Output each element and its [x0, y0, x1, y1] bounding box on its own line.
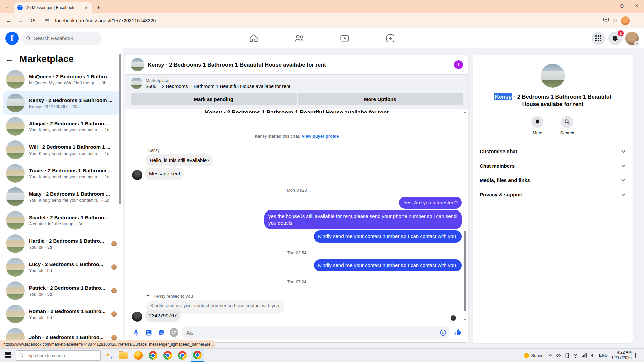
browser-menu-icon[interactable]: ⋮	[633, 17, 639, 24]
browser-profile-avatar[interactable]	[621, 16, 630, 25]
conversation-item-selected[interactable]: Kensy · 2 Bedrooms 1 Bathroom ...Kensy: …	[3, 91, 120, 115]
sender-avatar[interactable]	[132, 312, 142, 322]
message-scroll-area[interactable]: Kensy · 2 Bedrooms 1 Bathroom 1 Beautifu…	[125, 109, 468, 323]
chrome-icon-active[interactable]	[191, 349, 204, 362]
file-explorer-icon[interactable]	[117, 349, 130, 362]
watch-icon[interactable]	[340, 33, 350, 43]
bookmark-star-icon[interactable]: ☆	[612, 17, 618, 24]
listing-avatar	[6, 211, 25, 230]
conversation-item[interactable]: Travis · 2 Bedrooms 1 Bathroom ...You: K…	[3, 162, 120, 185]
reload-icon[interactable]: ⟳	[28, 15, 38, 26]
conversation-item[interactable]: Abigail · 2 Bedrooms 1 Bathroo...You: Ki…	[3, 115, 120, 138]
section-chat-members[interactable]: Chat members	[476, 159, 629, 173]
conversation-item[interactable]: Scarlet · 2 Bedrooms 1 Bathroo...A conta…	[3, 208, 120, 232]
conversation-item[interactable]: Lucy · 2 Bedrooms 1 Bathroo...You: ok · …	[3, 255, 120, 279]
read-receipt-avatar	[111, 264, 117, 270]
account-avatar[interactable]: ▾	[625, 32, 639, 45]
scroll-down-arrow[interactable]	[463, 319, 467, 321]
address-bar[interactable]: facebook.com/messages/t/1577203116743326	[40, 17, 602, 25]
outgoing-message[interactable]: yes the house is still available for ren…	[264, 210, 462, 229]
sender-avatar[interactable]	[132, 170, 142, 180]
voice-clip-icon[interactable]	[131, 327, 141, 338]
search-in-chat-button[interactable]: Search	[560, 116, 574, 135]
friends-icon[interactable]	[294, 33, 304, 43]
mute-button[interactable]: Mute	[531, 116, 543, 135]
minimize-button[interactable]: —	[600, 0, 614, 11]
chrome-icon[interactable]	[176, 349, 189, 362]
conversation-item[interactable]: Patrick · 2 Bedrooms 1 Bathro...You: ok …	[3, 279, 120, 302]
conversation-item[interactable]: MiiQueen · 2 Bedrooms 1 Bathro...MiiQuee…	[3, 68, 120, 91]
chat-avatar[interactable]	[131, 58, 144, 71]
maximize-button[interactable]: ▢	[614, 0, 629, 11]
incoming-message[interactable]: Hello, is this still available?	[146, 154, 213, 166]
view-buyer-profile-link[interactable]: View buyer profile	[302, 134, 339, 139]
language-indicator[interactable]: ENG	[599, 353, 608, 358]
banner-listing[interactable]: $600 – 2 Bedrooms 1 Bathroom 1 Beautiful…	[146, 84, 290, 89]
chat-scrollbar[interactable]	[463, 111, 467, 321]
back-icon[interactable]: ←	[3, 15, 14, 26]
sticker-icon[interactable]	[156, 327, 166, 338]
section-media-files-links[interactable]: Media, files and links	[476, 173, 629, 187]
taskbar-search[interactable]	[16, 350, 101, 361]
taskbar-search-input[interactable]	[26, 353, 97, 358]
tab-close-icon[interactable]: ✕	[83, 5, 89, 10]
facebook-search[interactable]	[22, 32, 102, 45]
facebook-logo[interactable]: f	[5, 32, 19, 45]
phone-link-icon[interactable]	[565, 353, 569, 358]
notifications-button[interactable]: 2	[608, 32, 622, 45]
weather-widget[interactable]: Sunset	[524, 353, 544, 358]
conversation-item[interactable]: Will · 2 Bedrooms 1 Bathroom 1 ...You: K…	[3, 138, 120, 162]
home-icon[interactable]	[249, 33, 259, 43]
gaming-icon[interactable]	[385, 33, 395, 43]
tab-search-icon[interactable]: ⌄	[3, 2, 12, 11]
back-arrow-icon[interactable]: ←	[5, 54, 13, 64]
incoming-message[interactable]: 2342790767	[145, 310, 181, 322]
message-input[interactable]	[182, 326, 450, 339]
chrome-icon[interactable]	[161, 349, 174, 362]
outgoing-message[interactable]: Yes. Are you interested?	[399, 197, 462, 209]
forward-icon[interactable]: →	[15, 15, 26, 26]
url-text: facebook.com/messages/t/1577203116743326	[55, 18, 156, 23]
gif-icon[interactable]: GIF	[169, 327, 179, 338]
more-options-button[interactable]: More Options	[298, 93, 463, 105]
thumbs-up-icon[interactable]	[453, 327, 463, 338]
outgoing-message[interactable]: Kindly send me your contact number so I …	[314, 259, 462, 272]
new-tab-button[interactable]: +	[97, 4, 100, 11]
message-text-input[interactable]	[186, 330, 438, 336]
details-avatar[interactable]	[541, 64, 565, 88]
conversation-item[interactable]: Maay · 2 Bedrooms 1 Bathroom ...You: Kin…	[3, 185, 120, 208]
conversation-item[interactable]: Roman · 2 Bedrooms 1 Bathro...You: ok · …	[3, 302, 120, 326]
copilot-icon[interactable]: ✦✦	[102, 349, 115, 362]
incoming-message[interactable]: Message sent	[145, 168, 184, 180]
mark-as-pending-button[interactable]: Mark as pending	[131, 93, 297, 105]
network-icon[interactable]	[582, 353, 587, 358]
volume-icon[interactable]	[590, 353, 595, 358]
scrollbar-thumb[interactable]	[464, 231, 466, 311]
scroll-up-arrow[interactable]	[463, 111, 467, 113]
site-info-icon[interactable]	[43, 17, 51, 25]
hidden-icons-chevron[interactable]	[548, 353, 552, 357]
notification-center-icon[interactable]	[635, 353, 641, 358]
section-customise-chat[interactable]: Customise chat	[476, 144, 629, 159]
eye-off-icon[interactable]	[556, 353, 561, 358]
chevron-down-icon	[621, 163, 626, 168]
firefox-icon[interactable]	[131, 349, 145, 362]
list-scrollbar[interactable]	[119, 54, 121, 204]
start-button[interactable]	[1, 349, 15, 362]
apps-menu-button[interactable]	[592, 32, 605, 45]
windows-logo-icon	[5, 352, 11, 358]
chrome-icon[interactable]	[146, 349, 160, 362]
chat-title[interactable]: Kensy · 2 Bedrooms 1 Bathroom 1 Beautifu…	[148, 62, 326, 68]
alarm-icon[interactable]	[573, 353, 578, 358]
browser-tab[interactable]: f (2) Messenger | Facebook ✕	[14, 2, 92, 13]
attach-photo-icon[interactable]	[144, 327, 154, 338]
clock[interactable]: 4:22 AM 12/17/2025	[611, 350, 632, 360]
close-button[interactable]: ✕	[629, 0, 644, 11]
outgoing-message[interactable]: Kindly send me your contact number so I …	[314, 230, 462, 242]
install-app-icon[interactable]	[603, 17, 609, 25]
info-icon[interactable]: i	[454, 60, 463, 69]
conversation-item[interactable]: Hartlie · 2 Bedrooms 1 Bathro...You: ok …	[3, 232, 120, 255]
search-input[interactable]	[34, 35, 98, 41]
emoji-icon[interactable]	[438, 327, 448, 338]
section-privacy-support[interactable]: Privacy & support	[476, 187, 629, 202]
